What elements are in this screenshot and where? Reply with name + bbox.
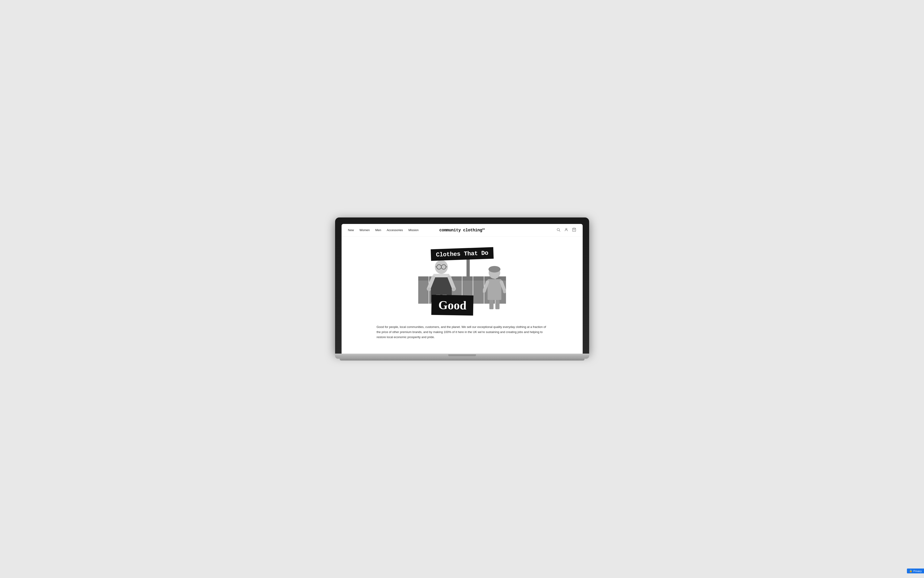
privacy-icon: 🔒 [909, 570, 913, 572]
hero-banner-bottom: Good [431, 295, 473, 315]
hero-collage: Clothes That Do Good [414, 244, 511, 318]
account-icon[interactable] [564, 227, 568, 233]
svg-line-22 [502, 282, 505, 291]
house [473, 281, 484, 304]
screen-content: New Women Men Accessories Mission commun… [341, 224, 583, 354]
search-icon[interactable] [556, 227, 560, 233]
svg-rect-24 [489, 300, 494, 309]
svg-point-2 [566, 228, 567, 230]
svg-rect-25 [495, 300, 500, 309]
svg-rect-20 [487, 279, 502, 300]
navigation: New Women Men Accessories Mission commun… [341, 224, 583, 237]
laptop-container: New Women Men Accessories Mission commun… [335, 218, 589, 360]
hero-description: Good for people, local communities, cust… [363, 318, 562, 349]
hero-section: Clothes That Do Good Good for people, lo… [341, 237, 583, 354]
screen-bezel: New Women Men Accessories Mission commun… [341, 224, 583, 354]
site-logo[interactable]: community clothingco [439, 228, 484, 232]
nav-link-accessories[interactable]: Accessories [387, 228, 403, 232]
nav-link-women[interactable]: Women [359, 228, 370, 232]
hero-banner-top: Clothes That Do [430, 247, 493, 261]
svg-line-21 [484, 282, 487, 291]
privacy-badge[interactable]: 🔒 Privacy [907, 568, 924, 573]
cart-icon[interactable] [572, 227, 576, 233]
person-right [483, 266, 506, 311]
laptop-foot [340, 359, 584, 360]
laptop-body: New Women Men Accessories Mission commun… [335, 218, 589, 354]
svg-point-0 [557, 228, 560, 231]
nav-right [556, 227, 576, 233]
svg-point-19 [489, 266, 500, 273]
svg-line-1 [559, 231, 560, 231]
nav-link-men[interactable]: Men [375, 228, 381, 232]
nav-link-mission[interactable]: Mission [408, 228, 419, 232]
svg-point-14 [427, 287, 431, 291]
nav-link-new[interactable]: New [348, 228, 354, 232]
svg-point-15 [452, 287, 455, 291]
laptop-base [335, 354, 589, 359]
